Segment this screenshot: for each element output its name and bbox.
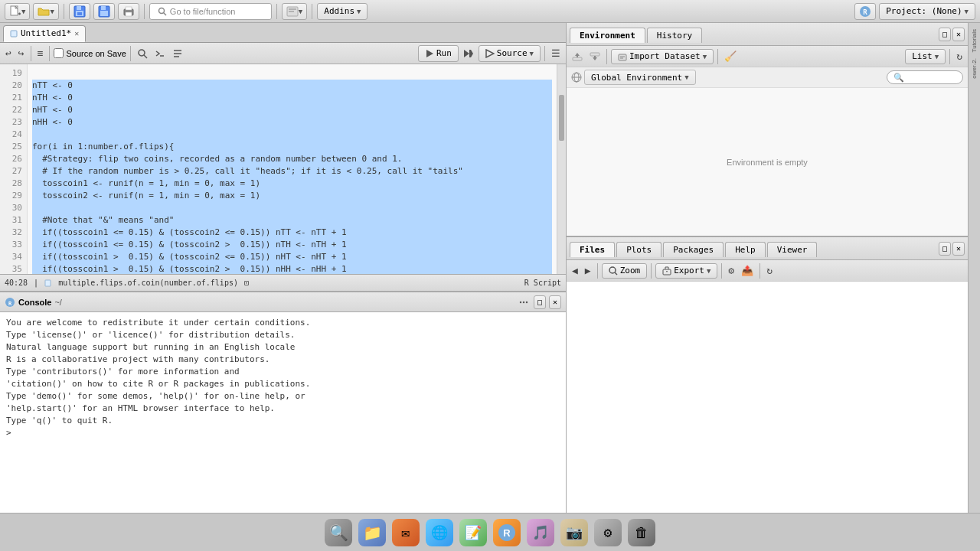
files-tab-help[interactable]: Help (725, 242, 766, 257)
print-btn[interactable] (118, 3, 139, 20)
taskbar-finder-icon[interactable]: 🔍 (325, 519, 352, 546)
svg-marker-27 (426, 50, 433, 57)
code-line-26: #Strategy: flip two coins, recorded as a… (32, 153, 552, 165)
svg-point-13 (158, 8, 164, 13)
code-tools-btn[interactable] (152, 47, 168, 60)
go-to-file-btn[interactable]: Go to file/function (149, 3, 272, 20)
files-content-area (567, 282, 968, 513)
console-close-btn[interactable]: ✕ (549, 295, 561, 309)
taskbar-notes-icon[interactable]: 📝 (459, 519, 487, 546)
list-view-btn[interactable]: List ▼ (905, 49, 946, 64)
svg-rect-11 (126, 12, 132, 16)
code-editor[interactable]: nTT <- 0nTH <- 0nHT <- 0nHH <- 0for(i in… (28, 64, 557, 274)
new-file-btn[interactable]: ▼ (5, 3, 30, 20)
global-env-bar: Global Environment ▼ (567, 67, 968, 88)
source-btn[interactable]: Files Source ▼ (479, 45, 541, 62)
files-refresh-btn[interactable]: ↻ (764, 264, 775, 277)
env-tab-history[interactable]: History (647, 28, 702, 43)
export-btn[interactable]: Export ▼ (655, 263, 717, 279)
run-next-btn[interactable] (461, 47, 476, 60)
publish-btn[interactable]: 📤 (739, 264, 756, 277)
redo-btn[interactable]: ↪ (16, 47, 27, 60)
files-forward-btn[interactable]: ▶ (583, 264, 593, 277)
scrollbar-thumb[interactable] (559, 95, 564, 141)
files-maximize-btn[interactable]: □ (939, 242, 951, 256)
env-save-btn[interactable] (587, 51, 603, 63)
addins-btn[interactable]: Addins ▼ (317, 3, 368, 20)
separator-4 (312, 4, 312, 19)
env-content-toolbar: Import Dataset ▼ 🧹 List ▼ ↻ (567, 46, 968, 67)
compile-btn[interactable]: ▼ (282, 3, 307, 20)
environment-panel: Environment History □ ✕ Imp (567, 23, 968, 237)
files-tab-label: Files (580, 245, 605, 255)
status-filename: multiple.flips.of.coin(number.of.flips) (58, 279, 238, 287)
zoom-btn[interactable]: Zoom (602, 263, 648, 279)
taskbar-settings-icon[interactable]: ⚙️ (594, 519, 622, 546)
svg-marker-30 (471, 50, 473, 57)
env-tab-history-label: History (657, 31, 692, 41)
files-tab-plots[interactable]: Plots (616, 242, 662, 257)
taskbar-photo-icon[interactable]: 📷 (560, 519, 588, 546)
tab-close-btn[interactable]: ✕ (74, 29, 79, 37)
code-line-28: tosscoin1 <- runif(n = 1, min = 0, max =… (32, 178, 552, 190)
files-tab-packages[interactable]: Packages (663, 242, 724, 257)
editor-options-btn[interactable]: ☰ (549, 47, 563, 60)
undo-btn[interactable]: ↩ (3, 47, 14, 60)
sep-f3 (721, 263, 722, 279)
save-btn[interactable] (69, 3, 90, 20)
taskbar-music-icon[interactable]: 🎵 (527, 519, 554, 546)
import-dataset-btn[interactable]: Import Dataset ▼ (611, 49, 714, 64)
taskbar-trash-icon[interactable]: 🗑 (628, 519, 655, 546)
sep-e3 (130, 46, 131, 61)
code-line-29: tosscoin2 <- runif(n = 1, min = 0, max =… (32, 190, 552, 202)
project-btn[interactable]: Project: (None) ▼ (879, 3, 975, 20)
env-load-btn[interactable] (570, 51, 585, 63)
find-btn[interactable] (135, 47, 150, 60)
console-icon: R (5, 297, 15, 308)
console-maximize-btn[interactable]: □ (534, 295, 546, 309)
files-tab-files[interactable]: Files (570, 242, 615, 257)
console-options-btn[interactable] (517, 297, 531, 308)
source-on-save-checkbox[interactable] (54, 48, 64, 58)
env-close-btn[interactable]: ✕ (952, 28, 965, 41)
help-tab-label: Help (735, 245, 756, 255)
save-all-btn[interactable] (93, 3, 115, 20)
console-output[interactable]: You are welcome to redistribute it under… (0, 312, 566, 513)
code-options-btn[interactable]: ≡ (35, 47, 46, 60)
taskbar-browser-icon[interactable]: 🌐 (426, 519, 453, 546)
separator-2 (144, 4, 145, 19)
files-close-btn[interactable]: ✕ (952, 242, 965, 256)
import-dataset-label: Import Dataset (629, 51, 701, 61)
viewer-tab-label: Viewer (777, 245, 808, 255)
files-tab-viewer[interactable]: Viewer (767, 242, 818, 257)
files-back-btn[interactable]: ◀ (570, 264, 580, 277)
env-search-input[interactable] (887, 70, 963, 84)
svg-line-22 (144, 55, 147, 58)
svg-text:R: R (864, 8, 868, 16)
sep-f2 (651, 263, 652, 279)
taskbar-mail-icon[interactable]: ✉ (392, 519, 420, 546)
global-env-label: Global Environment (591, 73, 682, 83)
code-line-32: if((tosscoin1 <= 0.15) & (tosscoin2 <= 0… (32, 227, 552, 239)
env-refresh-btn[interactable]: ↻ (954, 50, 965, 63)
outline-btn[interactable] (170, 47, 185, 60)
env-tab-environment[interactable]: Environment (570, 28, 645, 43)
run-label: Run (436, 48, 452, 58)
files-options-btn[interactable]: ⚙ (726, 264, 737, 277)
open-file-btn[interactable]: ▼ (33, 3, 58, 20)
svg-point-36 (523, 301, 524, 302)
taskbar-rstudio-icon[interactable]: R (493, 519, 521, 546)
run-btn[interactable]: Run (418, 45, 459, 62)
editor-scrollbar[interactable] (557, 64, 566, 274)
svg-rect-6 (77, 12, 82, 15)
code-line-19 (32, 67, 552, 80)
console-line: R is a collaborative project with many c… (6, 354, 560, 366)
env-maximize-btn[interactable]: □ (939, 28, 951, 41)
sep-f1 (597, 263, 598, 279)
global-env-btn[interactable]: Global Environment ▼ (584, 70, 696, 85)
source-on-save-container: Source on Save (54, 48, 126, 58)
editor-tab-untitled1[interactable]: Untitled1* ✕ (3, 25, 86, 42)
env-clear-btn[interactable]: 🧹 (722, 50, 739, 63)
taskbar-folder-icon[interactable]: 📁 (358, 519, 386, 546)
zoom-label: Zoom (620, 266, 641, 276)
